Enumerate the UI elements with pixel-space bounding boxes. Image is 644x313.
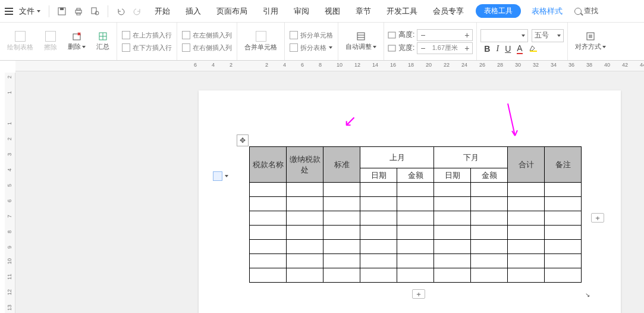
th-pay-place[interactable]: 缴纳税款处 [287,147,323,183]
document-table[interactable]: 税款名称 缴纳税款处 标准 上月 下月 合计 备注 日期 金额 日期 金额 [249,146,582,283]
menubar: 文件 开始 插入 页面布局 引用 审阅 视图 章节 开发工具 会员专享 表格工具… [0,0,644,23]
table-row[interactable] [250,240,582,254]
dropdown-icon [37,10,40,12]
insert-row-below[interactable]: 在下方插入行 [121,42,173,54]
splittbl-label: 拆分表格 [300,43,326,52]
th-standard[interactable]: 标准 [323,147,360,183]
redo-icon[interactable] [130,4,145,19]
align-button[interactable]: 对齐方式 [571,30,610,52]
th-lm-date[interactable]: 日期 [360,168,397,183]
th-nm-date[interactable]: 日期 [434,168,471,183]
svg-rect-16 [388,32,395,38]
table-row[interactable] [250,183,582,197]
th-total[interactable]: 合计 [508,147,545,183]
vertical-ruler: 2112345678910111213 [5,73,15,313]
tab-dev[interactable]: 开发工具 [387,4,417,19]
plus-btn[interactable]: + [461,43,472,54]
insert-col-right[interactable]: 在右侧插入列 [181,42,233,54]
split-cells-button[interactable]: 拆分单元格 [288,30,334,41]
merge-cells-button[interactable]: 合并单元格 [241,30,281,53]
bold-button[interactable]: B [484,44,490,54]
minus-btn[interactable]: − [417,30,428,40]
add-row-button[interactable]: + [412,289,425,299]
dropdown-icon [329,46,332,49]
width-input[interactable] [428,45,461,52]
delete-button[interactable]: 删除 [64,30,89,52]
auto-fit-button[interactable]: 自动调整 [342,30,380,52]
merge-label: 合并单元格 [244,43,277,52]
font-color-button[interactable]: A [517,43,522,54]
split-table-button[interactable]: 拆分表格 [288,42,334,54]
svg-rect-13 [357,33,365,40]
paste-options-tag[interactable] [213,171,228,181]
tab-layout[interactable]: 页面布局 [216,4,247,19]
dropdown-icon [373,46,376,48]
draw-table-label: 绘制表格 [7,43,33,52]
file-menu[interactable]: 文件 [15,6,44,17]
tab-chapter[interactable]: 章节 [356,4,371,19]
undo-icon[interactable] [113,4,128,19]
delete-icon [72,32,81,41]
th-remark[interactable]: 备注 [545,147,582,183]
highlight-button[interactable] [529,43,538,54]
th-lm-amount[interactable]: 金额 [397,168,434,183]
eraser-button[interactable]: 擦除 [40,30,61,53]
save-icon[interactable] [54,4,70,19]
search-label: 查找 [584,6,598,16]
font-size-select[interactable]: 五号 [532,29,564,42]
tab-view[interactable]: 视图 [325,4,340,19]
summary-button[interactable]: 汇总 [93,30,113,52]
hamburger-icon[interactable] [4,8,14,15]
menu-tabs: 开始 插入 页面布局 引用 审阅 视图 章节 开发工具 会员专享 [155,4,464,19]
font-family-select[interactable] [480,29,528,42]
width-spinner[interactable]: −+ [417,42,473,54]
draw-table-button[interactable]: 绘制表格 [4,30,37,53]
table-tools-tab[interactable]: 表格工具 [476,4,521,18]
print-preview-icon[interactable] [87,4,103,19]
table-row[interactable] [250,254,582,268]
plus-btn[interactable]: + [461,30,472,40]
search-icon [574,8,582,15]
table-row[interactable] [250,226,582,240]
insert-above-label: 在上方插入行 [133,31,172,40]
height-spinner[interactable]: −+ [417,29,473,41]
table-resize-handle[interactable]: ↘ [585,292,595,300]
height-input[interactable] [428,32,461,39]
insert-left-label: 在左侧插入列 [193,31,232,40]
width-icon [388,45,396,52]
table-move-handle[interactable]: ✥ [237,134,249,146]
print-icon[interactable] [71,4,86,19]
svg-rect-3 [77,8,80,10]
th-last-month[interactable]: 上月 [360,147,434,168]
table-row[interactable] [250,268,582,283]
tab-start[interactable]: 开始 [155,4,170,19]
splitcell-label: 拆分单元格 [300,31,333,40]
insert-row-above[interactable]: 在上方插入行 [121,30,173,41]
delete-label: 删除 [68,42,81,51]
tab-references[interactable]: 引用 [263,4,278,19]
svg-rect-17 [388,45,395,51]
th-tax-name[interactable]: 税款名称 [250,147,287,183]
underline-button[interactable]: U [505,44,511,54]
width-label: 宽度: [398,43,414,53]
align-label: 对齐方式 [575,42,601,51]
insert-right-label: 在右侧插入列 [193,43,232,52]
tab-member[interactable]: 会员专享 [433,4,464,19]
dropdown-icon [602,46,606,48]
add-column-button[interactable]: + [591,213,604,223]
th-nm-amount[interactable]: 金额 [471,168,508,183]
insert-col-left[interactable]: 在左侧插入列 [181,30,233,41]
table-row[interactable] [250,211,582,226]
insert-below-label: 在下方插入行 [133,43,172,52]
separator [108,5,108,17]
align-icon [586,32,595,41]
italic-button[interactable]: I [496,44,499,54]
minus-btn[interactable]: − [417,43,428,54]
table-row[interactable] [250,197,582,211]
table-style-tab[interactable]: 表格样式 [532,6,563,17]
svg-rect-5 [92,8,96,14]
search-button[interactable]: 查找 [574,6,598,16]
tab-review[interactable]: 审阅 [294,4,309,19]
th-next-month[interactable]: 下月 [434,147,508,168]
tab-insert[interactable]: 插入 [186,4,201,19]
